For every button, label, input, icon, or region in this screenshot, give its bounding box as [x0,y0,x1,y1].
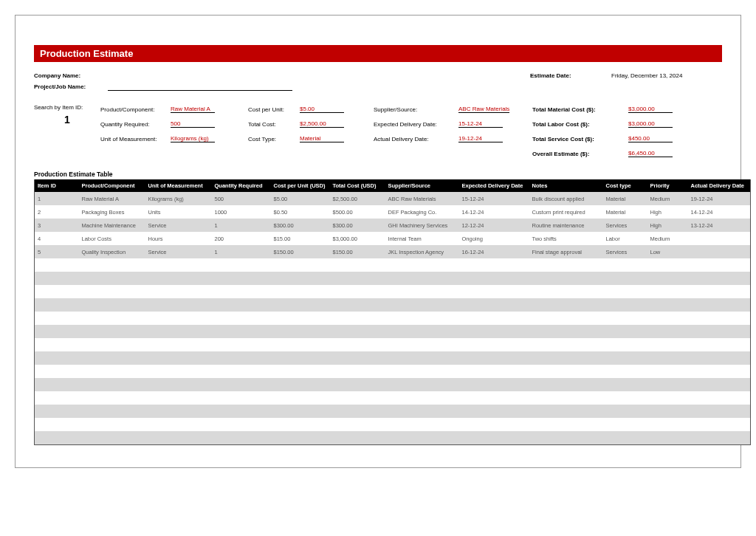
project-input-line[interactable] [108,83,292,91]
cell-empty [459,418,529,431]
cell-empty [647,351,688,365]
cell: 1 [212,245,271,258]
estimate-date-value: Friday, December 13, 2024 [611,72,722,79]
total-cost-value: $2,500.00 [300,120,344,128]
cell-empty [330,285,385,298]
cell-empty [271,405,330,418]
cell-empty [145,418,212,431]
cell-empty [647,338,688,351]
cell-empty [647,325,688,338]
cell-empty [145,272,212,285]
cell-empty [212,418,271,431]
cell-empty [271,272,330,285]
qty-value: 500 [171,120,215,128]
cell-empty [603,418,647,431]
cell-empty [271,378,330,391]
cell-empty [688,378,751,391]
table-head: Item IDProduct/ComponentUnit of Measurem… [35,179,751,192]
cell-empty [212,378,271,391]
cell-empty [145,325,212,338]
cell-empty [459,405,529,418]
cell-empty [647,378,688,391]
cell: 12-12-24 [459,219,529,232]
cell-empty [385,378,459,391]
table-row-empty [35,285,751,298]
cell-empty [603,365,647,378]
cell-empty [35,338,79,351]
cell-empty [212,325,271,338]
cell-empty [35,298,79,312]
cell-empty [212,365,271,378]
supplier-label: Supplier/Source: [374,104,456,113]
cell-empty [330,298,385,312]
cell: $3,000.00 [330,232,385,245]
cell: 1 [212,219,271,232]
cell-empty [385,418,459,431]
table-row-empty [35,378,751,391]
cell-empty [385,391,459,405]
cell-empty [35,272,79,285]
table-row-empty [35,405,751,418]
table-row-empty [35,312,751,325]
cell-empty [145,351,212,365]
cell: Service [145,245,212,258]
cell-empty [212,351,271,365]
cell-empty [603,431,647,444]
cell-empty [212,272,271,285]
col-header: Expected Delivery Date [459,179,529,192]
total-material-value: $3,000.00 [628,106,673,113]
cell-empty [212,391,271,405]
cell-empty [330,365,385,378]
cell: $500.00 [330,205,385,219]
supplier-value: ABC Raw Materials [458,106,509,113]
act-date-label: Actual Delivery Date: [374,134,456,142]
col-header: Item ID [35,179,79,192]
total-material-label: Total Material Cost ($): [532,104,625,113]
cell-empty [459,378,529,391]
cell-empty [688,351,751,365]
cell-empty [212,312,271,325]
cell-empty [35,325,79,338]
cell-empty [212,405,271,418]
cell-empty [647,391,688,405]
cell-empty [79,405,145,418]
cell-empty [145,258,212,272]
estimate-table: Item IDProduct/ComponentUnit of Measurem… [34,179,751,445]
cell-empty [330,391,385,405]
cell-empty [603,351,647,365]
search-label: Search by Item ID: [34,104,100,111]
cell-empty [145,285,212,298]
estimate-date-label: Estimate Date: [530,72,611,79]
col-header: Product/Component [79,179,145,192]
total-service-label: Total Service Cost ($): [532,134,625,142]
total-labor-label: Total Labor Cost ($): [532,119,625,128]
cell-empty [271,298,330,312]
cell-empty [459,338,529,351]
cell-empty [688,338,751,351]
cell-empty [330,405,385,418]
cell-empty [688,405,751,418]
cell: Material [603,192,647,205]
cell: 4 [35,232,79,245]
cell: 2 [35,205,79,219]
cell-empty [145,312,212,325]
table-row-empty [35,338,751,351]
cell: 3 [35,219,79,232]
cell-empty [330,338,385,351]
search-section: Search by Item ID: 1 Product/Component: … [34,104,722,157]
cpu-label: Cost per Unit: [248,104,297,113]
cell: Final stage approval [529,245,603,258]
cell-empty [271,325,330,338]
cell: Labor [603,232,647,245]
table-body: 1Raw Material AKilograms (kg)500$5.00$2,… [35,192,751,444]
search-value[interactable]: 1 [34,114,100,126]
cell-empty [35,285,79,298]
table-row-empty [35,298,751,312]
col-header: Notes [529,179,603,192]
cell-empty [529,418,603,431]
cell [688,245,751,258]
cell-empty [647,258,688,272]
page: Production Estimate Company Name: Estima… [15,15,741,468]
cell-empty [459,285,529,298]
cell-empty [79,365,145,378]
